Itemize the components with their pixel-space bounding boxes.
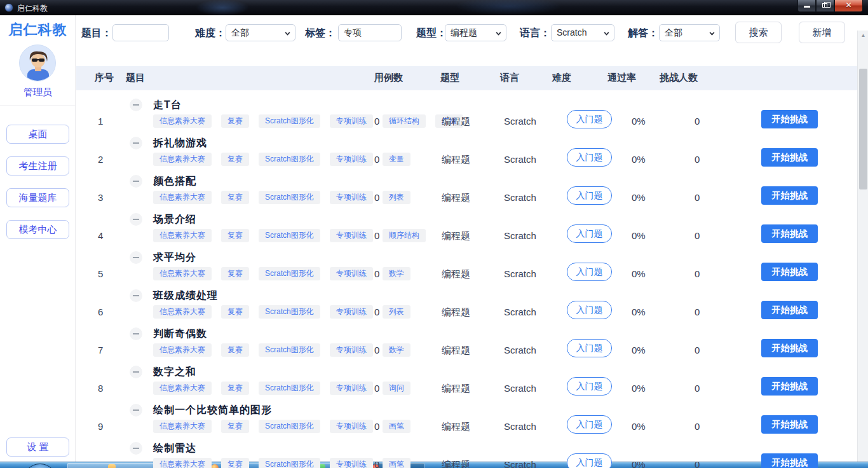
scroll-up-icon[interactable]: ▲ (858, 31, 868, 41)
answer-filter-select[interactable]: 全部 (659, 24, 720, 41)
collapse-minus-icon[interactable] (130, 251, 142, 264)
title-filter-label: 题目： (81, 24, 112, 41)
column-header-7: 挑战人数 (660, 72, 698, 84)
answer-filter-label: 解答： (628, 24, 658, 41)
cell-language: Scratch (504, 268, 536, 279)
difficulty-badge[interactable]: 入门题 (567, 377, 612, 396)
cell-pass_rate: 0% (632, 421, 646, 432)
tag-chip: Scratch图形化 (259, 267, 320, 280)
search-button[interactable]: 搜索 (735, 22, 782, 43)
collapse-minus-icon[interactable] (130, 175, 142, 188)
collapse-minus-icon[interactable] (130, 327, 142, 340)
question-title[interactable]: 数字之和 (153, 366, 196, 379)
difficulty-badge[interactable]: 入门题 (567, 415, 612, 434)
difficulty-badge[interactable]: 入门题 (567, 224, 612, 243)
start-challenge-button[interactable]: 开始挑战 (761, 415, 818, 434)
tag-list: 信息素养大赛复赛Scratch图形化专项训练画笔 (153, 458, 410, 468)
cell-challengers: 0 (695, 459, 700, 468)
vertical-scrollbar[interactable]: ▲ ▼ (857, 31, 868, 468)
sidebar-item-3[interactable]: 模考中心 (6, 220, 69, 239)
start-challenge-button[interactable]: 开始挑战 (761, 377, 818, 396)
difficulty-filter-label: 难度： (195, 24, 226, 41)
question-title[interactable]: 求平均分 (153, 251, 196, 265)
start-challenge-button[interactable]: 开始挑战 (761, 339, 818, 357)
sidebar-item-settings[interactable]: 设 置 (6, 437, 69, 457)
sidebar-item-1[interactable]: 考生注册 (6, 156, 69, 176)
minimize-button[interactable] (797, 0, 816, 12)
qtype-filter-select[interactable]: 编程题 (445, 24, 506, 41)
difficulty-badge[interactable]: 入门题 (567, 110, 612, 128)
tag-chip: 信息素养大赛 (153, 420, 212, 433)
collapse-minus-icon[interactable] (130, 213, 142, 226)
tag-list: 信息素养大赛复赛Scratch图形化专项训练变量 (153, 153, 410, 166)
collapse-minus-icon[interactable] (130, 137, 142, 149)
question-title[interactable]: 班级成绩处理 (153, 289, 218, 303)
start-challenge-button[interactable]: 开始挑战 (761, 263, 818, 281)
cell-pass_rate: 0% (632, 459, 646, 468)
difficulty-filter-select[interactable]: 全部 (226, 24, 295, 41)
cell-use_cases: 0 (374, 459, 379, 468)
close-button[interactable]: ✕ (834, 0, 863, 12)
tag-list: 信息素养大赛复赛Scratch图形化专项训练顺序结构 (153, 229, 426, 242)
difficulty-badge[interactable]: 入门题 (567, 148, 612, 167)
question-title[interactable]: 判断奇偶数 (153, 327, 207, 341)
table-row: 6班级成绩处理信息素养大赛复赛Scratch图形化专项训练列表0编程题Scrat… (76, 281, 857, 319)
title-filter-input[interactable] (112, 24, 169, 41)
question-title[interactable]: 颜色搭配 (153, 175, 196, 188)
start-challenge-button[interactable]: 开始挑战 (761, 224, 818, 243)
start-challenge-button[interactable]: 开始挑战 (761, 110, 818, 128)
cell-challengers: 0 (695, 306, 700, 317)
tag-filter-label: 标签： (305, 24, 336, 41)
tag-list: 信息素养大赛复赛Scratch图形化专项训练数学 (153, 267, 410, 280)
question-title[interactable]: 拆礼物游戏 (153, 137, 207, 150)
tag-chip: Scratch图形化 (259, 153, 320, 166)
cell-qtype: 编程题 (442, 268, 470, 280)
start-orb[interactable] (23, 464, 57, 468)
add-button[interactable]: 新增 (799, 22, 845, 43)
scrollbar-thumb[interactable] (859, 69, 867, 189)
start-challenge-button[interactable]: 开始挑战 (761, 453, 818, 468)
tag-filter-input[interactable] (338, 24, 402, 41)
collapse-minus-icon[interactable] (130, 404, 142, 416)
row-number: 2 (98, 154, 103, 165)
difficulty-badge[interactable]: 入门题 (567, 263, 612, 281)
question-title[interactable]: 绘制雷达 (153, 442, 196, 455)
restore-icon (822, 3, 827, 8)
collapse-minus-icon[interactable] (130, 366, 142, 378)
difficulty-badge[interactable]: 入门题 (567, 186, 612, 205)
tag-chip: 信息素养大赛 (153, 305, 212, 319)
folder-icon[interactable] (108, 464, 116, 468)
tag-chip: 循环结构 (383, 114, 426, 128)
question-title[interactable]: 走T台 (153, 99, 182, 112)
cell-use_cases: 0 (374, 421, 379, 432)
start-challenge-button[interactable]: 开始挑战 (761, 186, 818, 205)
cell-use_cases: 0 (374, 192, 379, 203)
collapse-minus-icon[interactable] (130, 99, 142, 111)
difficulty-badge[interactable]: 入门题 (567, 339, 612, 357)
column-header-6: 通过率 (607, 72, 636, 84)
cell-challengers: 0 (695, 192, 700, 203)
tag-chip: 画笔 (383, 458, 410, 468)
collapse-minus-icon[interactable] (130, 442, 142, 455)
tag-chip: Scratch图形化 (259, 191, 320, 204)
avatar[interactable] (19, 45, 56, 81)
sidebar-item-0[interactable]: 桌面 (6, 125, 69, 144)
restore-button[interactable] (816, 0, 834, 12)
cell-language: Scratch (504, 230, 536, 241)
table-header: 序号题目用例数题型语言难度通过率挑战人数 (76, 66, 857, 90)
tag-chip: 列表 (383, 191, 410, 204)
difficulty-badge[interactable]: 入门题 (567, 301, 612, 319)
sidebar-item-2[interactable]: 海量题库 (6, 188, 69, 207)
close-icon: ✕ (835, 1, 862, 10)
difficulty-badge[interactable]: 入门题 (567, 453, 612, 468)
tag-chip: 信息素养大赛 (153, 229, 212, 242)
start-challenge-button[interactable]: 开始挑战 (761, 148, 818, 167)
tag-chip: Scratch图形化 (259, 382, 320, 395)
collapse-minus-icon[interactable] (130, 289, 142, 302)
start-challenge-button[interactable]: 开始挑战 (761, 301, 818, 319)
chevron-down-icon (604, 31, 609, 36)
language-filter-select[interactable]: Scratch (551, 24, 614, 41)
question-title[interactable]: 绘制一个比较简单的图形 (153, 404, 272, 417)
question-title[interactable]: 场景介绍 (153, 213, 196, 226)
tag-chip: 专项训练 (330, 114, 373, 128)
